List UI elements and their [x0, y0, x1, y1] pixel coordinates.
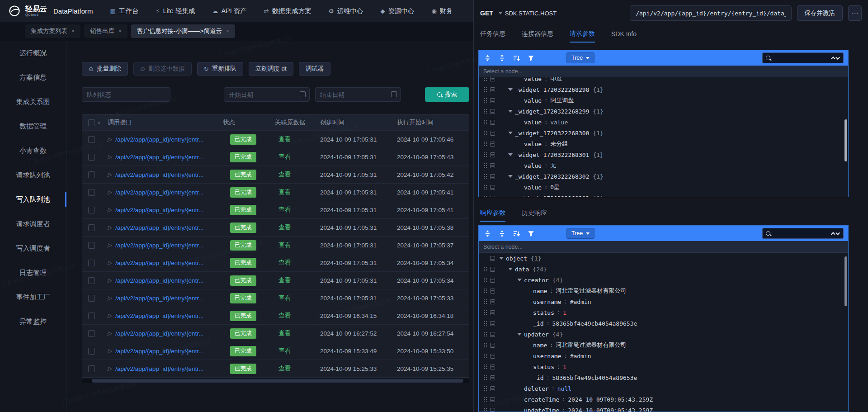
api-link[interactable]: /api/v2/app/{app_id}/entry/{entr...: [115, 224, 203, 231]
play-icon[interactable]: ▷: [108, 295, 112, 301]
drag-handle-icon[interactable]: [484, 353, 487, 359]
context-menu-icon[interactable]: [490, 299, 495, 304]
nav-item-ops-center[interactable]: ⚙运维中心: [329, 7, 363, 15]
api-link[interactable]: /api/v2/app/{app_id}/entry/{entr...: [115, 313, 203, 319]
expand-all-icon[interactable]: [483, 229, 491, 237]
sidebar-item-plan-info[interactable]: 方案信息: [0, 65, 66, 90]
collapse-all-icon[interactable]: [498, 229, 506, 237]
drag-handle-icon[interactable]: [484, 119, 487, 125]
nav-item-lite[interactable]: ⚡Lite 轻集成: [156, 7, 195, 15]
play-icon[interactable]: ▷: [108, 189, 112, 195]
tab-history-response[interactable]: 历史响应: [522, 205, 547, 222]
drag-handle-icon[interactable]: [484, 109, 487, 114]
mode-select[interactable]: Tree: [566, 228, 594, 239]
collapse-icon[interactable]: [517, 279, 522, 281]
api-link[interactable]: /api/v2/app/{app_id}/entry/{entr...: [115, 242, 203, 249]
collapse-icon[interactable]: [508, 110, 513, 113]
context-menu-icon[interactable]: [490, 98, 495, 103]
drag-handle-icon[interactable]: [484, 397, 487, 402]
context-menu-icon[interactable]: [490, 87, 495, 92]
view-link[interactable]: 查看: [278, 330, 291, 336]
view-link[interactable]: 查看: [278, 277, 291, 284]
collapse-icon[interactable]: [508, 175, 513, 178]
node-path-bar[interactable]: Select a node...: [479, 241, 848, 253]
vertical-scrollbar-thumb[interactable]: [844, 256, 847, 306]
context-menu-icon[interactable]: [490, 310, 495, 315]
context-menu-icon[interactable]: [490, 354, 495, 359]
context-menu-icon[interactable]: [490, 408, 495, 412]
tab-sdk-info[interactable]: SDK Info: [611, 26, 637, 43]
context-menu-icon[interactable]: [490, 142, 495, 147]
play-icon[interactable]: ▷: [108, 136, 112, 142]
play-icon[interactable]: ▷: [108, 313, 112, 319]
delete-selected-button[interactable]: ⊖删除选中数据: [133, 62, 192, 76]
view-link[interactable]: 查看: [278, 365, 291, 372]
filter-icon[interactable]: [527, 229, 535, 237]
play-icon[interactable]: ▷: [108, 154, 112, 160]
chevron-down-icon[interactable]: ∨: [97, 120, 100, 125]
search-box[interactable]: [762, 228, 844, 239]
start-date-input[interactable]: [224, 87, 310, 102]
nav-item-resource-center[interactable]: ◆资源中心: [380, 7, 414, 15]
row-checkbox[interactable]: [88, 207, 95, 213]
row-checkbox[interactable]: [88, 330, 95, 337]
drag-handle-icon[interactable]: [484, 407, 487, 412]
drag-handle-icon[interactable]: [484, 98, 487, 103]
sidebar-item-anomaly-monitor[interactable]: 异常监控: [0, 309, 66, 334]
drag-handle-icon[interactable]: [484, 299, 487, 304]
tab-customer-sync[interactable]: 客户信息对接-小满——>简道云×: [131, 24, 235, 38]
context-menu-icon[interactable]: [490, 174, 495, 179]
row-checkbox[interactable]: [88, 136, 95, 143]
expand-all-icon[interactable]: [483, 54, 491, 62]
play-icon[interactable]: ▷: [108, 277, 112, 284]
host-select[interactable]: SDK.STATIC.HOST: [499, 10, 557, 17]
search-button[interactable]: 搜索: [425, 87, 469, 102]
tab-connector-info[interactable]: 连接器信息: [522, 26, 553, 43]
context-menu-icon[interactable]: [490, 77, 495, 81]
previous-match-icon[interactable]: [831, 56, 835, 61]
row-checkbox[interactable]: [88, 277, 95, 284]
drag-handle-icon[interactable]: [484, 342, 487, 348]
play-icon[interactable]: ▷: [108, 365, 112, 372]
sidebar-item-event-factory[interactable]: 事件加工厂: [0, 285, 66, 309]
play-icon[interactable]: ▷: [108, 171, 112, 178]
close-icon[interactable]: ×: [118, 28, 122, 34]
collapse-icon[interactable]: [517, 333, 522, 336]
collapse-all-icon[interactable]: [498, 54, 506, 62]
tab-integration-list[interactable]: 集成方案列表×: [25, 24, 80, 38]
view-link[interactable]: 查看: [278, 136, 291, 142]
queue-status-input[interactable]: [82, 87, 170, 102]
context-menu-icon[interactable]: [490, 196, 495, 197]
drag-handle-icon[interactable]: [484, 185, 487, 190]
node-path-bar[interactable]: Select a node...: [479, 66, 848, 77]
context-menu-icon[interactable]: [490, 332, 495, 337]
brand[interactable]: 轻易云 QCloud DataPlatform: [8, 5, 93, 17]
api-link[interactable]: /api/v2/app/{app_id}/entry/{entr...: [115, 189, 203, 196]
play-icon[interactable]: ▷: [108, 348, 112, 354]
view-link[interactable]: 查看: [278, 347, 291, 354]
next-match-icon[interactable]: [835, 55, 840, 60]
row-checkbox[interactable]: [88, 171, 95, 178]
drag-handle-icon[interactable]: [484, 288, 487, 294]
drag-handle-icon[interactable]: [484, 195, 487, 197]
nav-item-api-assets[interactable]: ☁API 资产: [212, 7, 246, 15]
drag-handle-icon[interactable]: [484, 130, 487, 136]
context-menu-icon[interactable]: [490, 163, 495, 168]
drag-handle-icon[interactable]: [484, 87, 487, 92]
view-link[interactable]: 查看: [278, 206, 291, 213]
nav-item-finance[interactable]: ◉财务: [431, 7, 453, 15]
sidebar-item-write-queue[interactable]: 写入队列池: [0, 187, 66, 212]
collapse-icon[interactable]: [508, 268, 513, 270]
filter-icon[interactable]: [527, 54, 535, 62]
context-menu-icon[interactable]: [490, 185, 495, 190]
schedule-now-button[interactable]: 立刻调度 dt: [249, 62, 293, 76]
drag-handle-icon[interactable]: [484, 310, 487, 315]
horizontal-scrollbar[interactable]: [82, 379, 469, 383]
select-all-checkbox[interactable]: [88, 119, 95, 126]
api-link[interactable]: /api/v2/app/{app_id}/entry/{entr...: [115, 330, 203, 337]
api-link[interactable]: /api/v2/app/{app_id}/entry/{entr...: [115, 154, 203, 161]
search-box[interactable]: [762, 52, 844, 63]
requeue-button[interactable]: ↻重新排队: [197, 62, 243, 76]
vertical-scrollbar-thumb[interactable]: [844, 119, 847, 161]
view-link[interactable]: 查看: [278, 171, 291, 178]
